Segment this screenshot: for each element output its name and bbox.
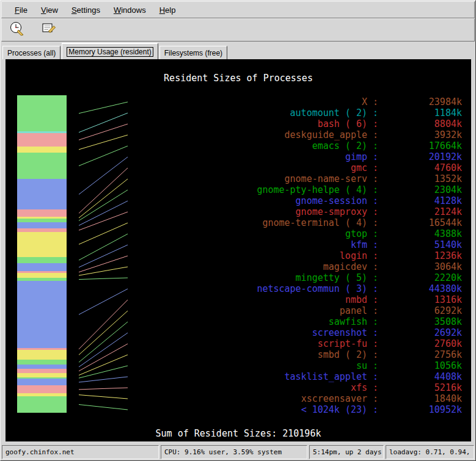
loadavg-panel: loadavg: 0.71, 0.94, 0.9 [386, 445, 474, 459]
colon-separator: : [367, 305, 384, 316]
colon-separator: : [367, 393, 384, 404]
process-row: gnome-name-serv:1352k [251, 173, 462, 184]
connector-line [79, 311, 128, 355]
process-size: 3508k [384, 316, 462, 327]
connector-line [79, 124, 128, 140]
colon-separator: : [367, 371, 384, 382]
memory-bar [17, 95, 67, 413]
process-row: gmc:4760k [251, 162, 462, 173]
menu-settings[interactable]: Settings [66, 4, 106, 16]
connector-line [79, 190, 128, 220]
tab-filesystems-free[interactable]: Filesystems (free) [159, 46, 227, 59]
process-list: X:23984kautomount ( 2):1184kbash ( 6):88… [251, 96, 462, 415]
process-row: xfs:5216k [251, 382, 462, 393]
menu-windows[interactable]: Windows [108, 4, 152, 16]
process-size: 4388k [384, 228, 462, 239]
process-row: < 1024k (23):10952k [251, 404, 462, 415]
bar-segment [17, 257, 67, 264]
process-row: emacs ( 2):17664k [251, 140, 462, 151]
process-row: su:1056k [251, 360, 462, 371]
connector-line [79, 212, 128, 230]
connector-line [79, 333, 128, 367]
connector-line [79, 377, 128, 382]
colon-separator: : [367, 96, 384, 107]
process-size: 4408k [384, 371, 462, 382]
process-name: xfs [251, 382, 367, 393]
clock-toolbar-button[interactable] [8, 21, 26, 39]
bar-segment [17, 263, 67, 271]
tab-bar: Processes (all)Memory Usage (resident)Fi… [1, 42, 475, 59]
process-name: sawfish [251, 316, 367, 327]
edit-toolbar-button[interactable] [40, 21, 58, 39]
process-row: panel:6292k [251, 305, 462, 316]
connector-line [79, 289, 128, 314]
status-bar: goofy.chinfox.netCPU: 9.16% user, 3.59% … [1, 445, 475, 460]
colon-separator: : [367, 195, 384, 206]
connector-line [79, 395, 128, 399]
tab-processes-all[interactable]: Processes (all) [2, 46, 60, 59]
tab-label: Memory Usage (resident) [67, 47, 153, 57]
connector-line [79, 113, 128, 132]
bar-segment [17, 147, 67, 153]
colon-separator: : [367, 294, 384, 305]
colon-separator: : [367, 250, 384, 261]
menu-file[interactable]: File [9, 4, 33, 16]
colon-separator: : [367, 272, 384, 283]
process-row: smbd ( 2):2756k [251, 349, 462, 360]
colon-separator: : [367, 261, 384, 272]
process-name: X [251, 96, 367, 107]
connector-line [79, 388, 128, 390]
process-name: nmbd [251, 294, 367, 305]
menu-view[interactable]: View [35, 4, 64, 16]
process-row: script-fu:2760k [251, 338, 462, 349]
process-name: bash ( 6) [251, 118, 367, 129]
colon-separator: : [367, 184, 384, 195]
tab-label: Filesystems (free) [164, 49, 222, 57]
colon-separator: : [367, 338, 384, 349]
process-name: gimp [251, 151, 367, 162]
process-row: bash ( 6):8804k [251, 118, 462, 129]
colon-separator: : [367, 360, 384, 371]
process-size: 8804k [384, 118, 462, 129]
process-size: 1316k [384, 294, 462, 305]
process-name: xscreensaver [251, 393, 367, 404]
process-size: 2304k [384, 184, 462, 195]
process-size: 2760k [384, 338, 462, 349]
process-size: 2220k [384, 272, 462, 283]
menu-help[interactable]: Help [154, 4, 181, 16]
tab-memory-usage-resident[interactable]: Memory Usage (resident) [62, 43, 158, 59]
process-row: netscape-commun ( 3):44380k [251, 283, 462, 294]
process-row: tasklist_applet:4408k [251, 371, 462, 382]
process-size: 5216k [384, 382, 462, 393]
connector-line [79, 135, 128, 150]
bar-segment [17, 273, 67, 278]
process-name: netscape-commun ( 3) [251, 283, 367, 294]
process-row: gtop:4388k [251, 228, 462, 239]
bar-segment [17, 209, 67, 217]
process-size: 2124k [384, 206, 462, 217]
process-size: 2692k [384, 327, 462, 338]
colon-separator: : [367, 118, 384, 129]
bar-segment [17, 373, 67, 377]
process-size: 3064k [384, 261, 462, 272]
process-name: gtop [251, 228, 367, 239]
process-size: 1056k [384, 360, 462, 371]
process-row: gnome-smproxy:2124k [251, 206, 462, 217]
colon-separator: : [367, 107, 384, 118]
tab-label: Processes (all) [7, 49, 56, 57]
process-name: gnome-terminal ( 4) [251, 217, 367, 228]
process-size: 1352k [384, 173, 462, 184]
colon-separator: : [367, 206, 384, 217]
process-size: 4128k [384, 195, 462, 206]
process-row: nmbd:1316k [251, 294, 462, 305]
process-name: gnome-pty-helpe ( 4) [251, 184, 367, 195]
connector-line [79, 179, 128, 218]
colon-separator: : [367, 217, 384, 228]
bar-segment [17, 222, 67, 228]
bar-segment [17, 281, 67, 348]
bar-segment [17, 369, 67, 373]
colon-separator: : [367, 129, 384, 140]
process-size: 10952k [384, 404, 462, 415]
bar-segment [17, 365, 67, 369]
colon-separator: : [367, 162, 384, 173]
